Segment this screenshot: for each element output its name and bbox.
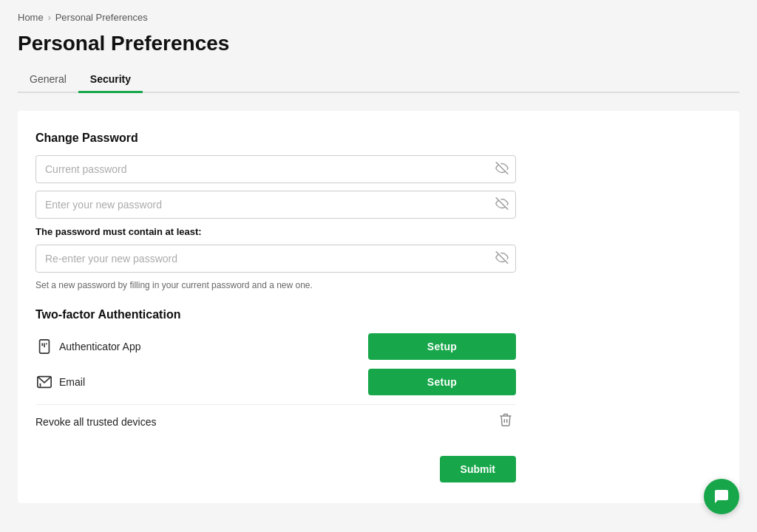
breadcrumb: Home › Personal Preferences — [18, 12, 739, 23]
revoke-row: Revoke all trusted devices — [35, 404, 516, 434]
two-factor-section: Two-factor Authentication Authenticator … — [35, 308, 722, 434]
new-password-input[interactable] — [35, 191, 516, 219]
email-setup-button[interactable]: Setup — [368, 369, 516, 395]
tabs-container: General Security — [18, 67, 739, 93]
change-password-section: Change Password — [35, 132, 722, 290]
breadcrumb-separator: › — [48, 13, 51, 23]
authenticator-app-icon — [35, 338, 53, 355]
change-password-title: Change Password — [35, 132, 722, 145]
toggle-current-password-icon[interactable] — [495, 162, 509, 177]
toggle-reenter-password-icon[interactable] — [495, 251, 509, 267]
submit-button[interactable]: Submit — [440, 456, 516, 482]
breadcrumb-current: Personal Preferences — [55, 12, 148, 23]
authenticator-setup-button[interactable]: Setup — [368, 333, 516, 360]
authenticator-app-label: Authenticator App — [35, 338, 141, 355]
content-area: Change Password — [18, 111, 739, 503]
reenter-password-group — [35, 245, 722, 273]
email-row: Email Setup — [35, 369, 516, 395]
revoke-trash-icon[interactable] — [495, 409, 516, 434]
password-hint: The password must contain at least: — [35, 226, 722, 237]
email-icon — [35, 373, 53, 391]
authenticator-app-row: Authenticator App Setup — [35, 333, 516, 360]
new-password-group — [35, 191, 722, 219]
email-label: Email — [35, 373, 85, 391]
authenticator-app-text: Authenticator App — [59, 341, 141, 352]
toggle-new-password-icon[interactable] — [495, 197, 509, 213]
breadcrumb-home[interactable]: Home — [18, 12, 44, 23]
reenter-password-input[interactable] — [35, 245, 516, 273]
submit-row: Submit — [35, 456, 516, 482]
page-title: Personal Preferences — [18, 32, 739, 55]
email-text: Email — [59, 376, 85, 388]
tab-general[interactable]: General — [18, 67, 78, 93]
revoke-label: Revoke all trusted devices — [35, 416, 156, 428]
chat-support-button[interactable] — [704, 479, 739, 514]
current-password-group — [35, 155, 722, 183]
password-set-hint: Set a new password by filling in your cu… — [35, 280, 722, 290]
current-password-input[interactable] — [35, 155, 516, 183]
tab-security[interactable]: Security — [78, 67, 143, 93]
two-factor-title: Two-factor Authentication — [35, 308, 722, 321]
